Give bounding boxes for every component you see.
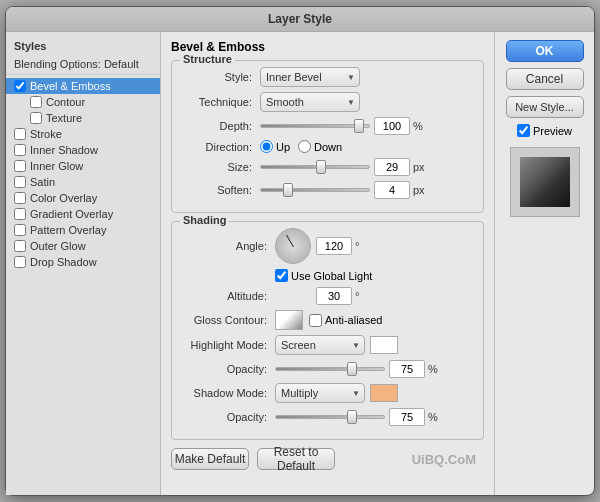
angle-circle[interactable] (275, 228, 311, 264)
direction-down-label[interactable]: Down (298, 140, 342, 153)
pattern-overlay-checkbox[interactable] (14, 224, 26, 236)
direction-up-label[interactable]: Up (260, 140, 290, 153)
cancel-button[interactable]: Cancel (506, 68, 584, 90)
color-overlay-checkbox[interactable] (14, 192, 26, 204)
satin-label: Satin (30, 176, 55, 188)
shadow-opacity-input[interactable] (389, 408, 425, 426)
stroke-checkbox[interactable] (14, 128, 26, 140)
style-select-wrapper[interactable]: Inner Bevel Outer Bevel Emboss Pillow Em… (260, 67, 360, 87)
sidebar-item-stroke[interactable]: Stroke (6, 126, 160, 142)
highlight-opacity-slider[interactable] (275, 362, 385, 376)
satin-checkbox[interactable] (14, 176, 26, 188)
dialog-title: Layer Style (6, 7, 594, 32)
highlight-opacity-thumb[interactable] (347, 362, 357, 376)
sidebar-item-satin[interactable]: Satin (6, 174, 160, 190)
shadow-color-swatch[interactable] (370, 384, 398, 402)
sidebar-item-contour[interactable]: Contour (6, 94, 160, 110)
highlight-mode-label: Highlight Mode: (180, 339, 275, 351)
bevel-emboss-label: Bevel & Emboss (30, 80, 111, 92)
global-light-label[interactable]: Use Global Light (275, 269, 372, 282)
technique-label: Technique: (180, 96, 260, 108)
highlight-opacity-input[interactable] (389, 360, 425, 378)
structure-label: Structure (180, 53, 235, 65)
angle-input[interactable] (316, 237, 352, 255)
size-input[interactable] (374, 158, 410, 176)
style-select[interactable]: Inner Bevel Outer Bevel Emboss Pillow Em… (260, 67, 360, 87)
depth-slider-thumb[interactable] (354, 119, 364, 133)
direction-up-radio[interactable] (260, 140, 273, 153)
soften-input[interactable] (374, 181, 410, 199)
texture-label: Texture (46, 112, 82, 124)
reset-to-default-button[interactable]: Reset to Default (257, 448, 335, 470)
new-style-button[interactable]: New Style... (506, 96, 584, 118)
direction-row: Direction: Up Down (180, 140, 475, 153)
shadow-opacity-slider[interactable] (275, 410, 385, 424)
angle-line (286, 235, 294, 248)
shadow-opacity-thumb[interactable] (347, 410, 357, 424)
shadow-opacity-label: Opacity: (180, 411, 275, 423)
outer-glow-checkbox[interactable] (14, 240, 26, 252)
depth-unit: % (413, 120, 423, 132)
inner-glow-checkbox[interactable] (14, 160, 26, 172)
gradient-overlay-label: Gradient Overlay (30, 208, 113, 220)
altitude-label: Altitude: (180, 290, 275, 302)
anti-aliased-label[interactable]: Anti-aliased (309, 314, 382, 327)
global-light-checkbox[interactable] (275, 269, 288, 282)
angle-row: Angle: ° (180, 228, 475, 264)
size-row: Size: px (180, 158, 475, 176)
anti-aliased-checkbox[interactable] (309, 314, 322, 327)
drop-shadow-label: Drop Shadow (30, 256, 97, 268)
depth-slider[interactable] (260, 119, 370, 133)
highlight-mode-select-wrapper[interactable]: Screen Normal Multiply (275, 335, 365, 355)
soften-slider-thumb[interactable] (283, 183, 293, 197)
make-default-button[interactable]: Make Default (171, 448, 249, 470)
gloss-contour-label: Gloss Contour: (180, 314, 275, 326)
right-panel: OK Cancel New Style... Preview (494, 32, 594, 495)
sidebar-item-texture[interactable]: Texture (6, 110, 160, 126)
size-slider-thumb[interactable] (316, 160, 326, 174)
sidebar-item-gradient-overlay[interactable]: Gradient Overlay (6, 206, 160, 222)
highlight-mode-select[interactable]: Screen Normal Multiply (275, 335, 365, 355)
sidebar-item-drop-shadow[interactable]: Drop Shadow (6, 254, 160, 270)
highlight-color-swatch[interactable] (370, 336, 398, 354)
direction-down-radio[interactable] (298, 140, 311, 153)
soften-slider[interactable] (260, 183, 370, 197)
global-light-text: Use Global Light (291, 270, 372, 282)
texture-checkbox[interactable] (30, 112, 42, 124)
direction-options: Up Down (260, 140, 342, 153)
depth-label: Depth: (180, 120, 260, 132)
technique-select[interactable]: Smooth Chisel Hard Chisel Soft (260, 92, 360, 112)
contour-checkbox[interactable] (30, 96, 42, 108)
preview-checkbox[interactable] (517, 124, 530, 137)
drop-shadow-checkbox[interactable] (14, 256, 26, 268)
inner-shadow-checkbox[interactable] (14, 144, 26, 156)
soften-label: Soften: (180, 184, 260, 196)
technique-select-wrapper[interactable]: Smooth Chisel Hard Chisel Soft (260, 92, 360, 112)
preview-text: Preview (533, 125, 572, 137)
sidebar-item-color-overlay[interactable]: Color Overlay (6, 190, 160, 206)
sidebar-item-outer-glow[interactable]: Outer Glow (6, 238, 160, 254)
sidebar-item-inner-shadow[interactable]: Inner Shadow (6, 142, 160, 158)
altitude-input[interactable] (316, 287, 352, 305)
gloss-contour-preview[interactable] (275, 310, 303, 330)
gradient-overlay-checkbox[interactable] (14, 208, 26, 220)
bottom-buttons: Make Default Reset to Default UiBQ.CoM (171, 448, 484, 475)
ok-button[interactable]: OK (506, 40, 584, 62)
shadow-mode-select[interactable]: Multiply Normal Screen (275, 383, 365, 403)
shadow-mode-row: Shadow Mode: Multiply Normal Screen (180, 383, 475, 403)
size-slider[interactable] (260, 160, 370, 174)
sidebar-item-pattern-overlay[interactable]: Pattern Overlay (6, 222, 160, 238)
shading-label: Shading (180, 214, 229, 226)
shadow-mode-select-wrapper[interactable]: Multiply Normal Screen (275, 383, 365, 403)
inner-glow-label: Inner Glow (30, 160, 83, 172)
soften-slider-bg (260, 188, 370, 192)
bevel-emboss-checkbox[interactable] (14, 80, 26, 92)
sidebar-item-bevel-emboss[interactable]: Bevel & Emboss (6, 78, 160, 94)
gloss-contour-row: Gloss Contour: Anti-aliased (180, 310, 475, 330)
shadow-mode-label: Shadow Mode: (180, 387, 275, 399)
preview-image (520, 157, 570, 207)
angle-unit: ° (355, 240, 359, 252)
sidebar-item-inner-glow[interactable]: Inner Glow (6, 158, 160, 174)
preview-label[interactable]: Preview (517, 124, 572, 137)
depth-input[interactable] (374, 117, 410, 135)
